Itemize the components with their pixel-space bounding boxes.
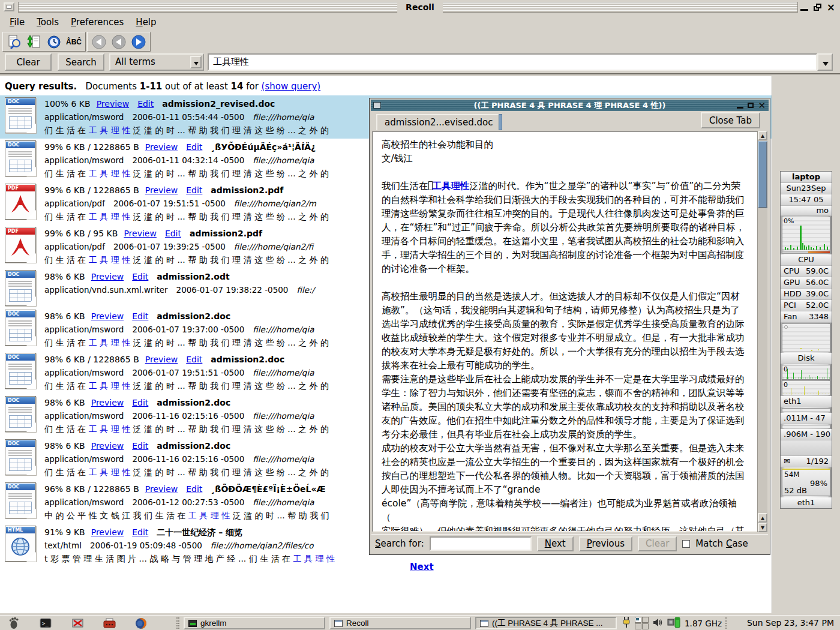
cpufreq-icon[interactable] bbox=[667, 617, 680, 630]
preview-link[interactable]: Preview bbox=[145, 355, 178, 364]
preview-tab[interactable]: admission2...evised.doc bbox=[376, 114, 501, 130]
preview-document-text[interactable]: 高校招生的社会功能和目的文/钱江我们生活在工具理性泛滥的时代。作为“世之显学”的… bbox=[372, 131, 767, 532]
clear-button[interactable]: Clear bbox=[5, 53, 52, 71]
result-title: admission2.pdf bbox=[211, 185, 283, 195]
preview-link[interactable]: Preview bbox=[145, 185, 178, 195]
next-page-link[interactable]: Next bbox=[410, 562, 434, 572]
result-title: 二十一世纪经济 – 细览 bbox=[157, 527, 242, 537]
doc-file-icon: DOC bbox=[5, 140, 36, 176]
preview-search-input[interactable] bbox=[430, 536, 532, 551]
lock-display-icon[interactable] bbox=[71, 617, 84, 630]
results-doc-word: Documents bbox=[85, 81, 137, 92]
preview-link[interactable]: Preview bbox=[97, 99, 130, 109]
edit-link[interactable]: Edit bbox=[132, 441, 148, 451]
scroll-up-icon[interactable]: ▲ bbox=[758, 131, 767, 140]
edit-link[interactable]: Edit bbox=[165, 229, 181, 238]
edit-link[interactable]: Edit bbox=[186, 484, 202, 494]
scrollbar-thumb[interactable] bbox=[758, 141, 767, 208]
preview-maximize-icon[interactable] bbox=[748, 103, 754, 108]
search-term-highlight: 工 具 理 性 bbox=[89, 212, 130, 221]
text-segment: 们 生 活 在 bbox=[44, 338, 89, 347]
menu-tools[interactable]: Tools bbox=[31, 14, 65, 30]
term-explorer-icon-button[interactable]: ÅBĈ bbox=[65, 34, 83, 50]
menu-preferences[interactable]: Preferences bbox=[65, 14, 130, 30]
taskbar-clock[interactable]: Sun Sep 23, 3:47 PM bbox=[747, 616, 834, 630]
edit-link[interactable]: Edit bbox=[186, 185, 202, 195]
results-for-word: for bbox=[246, 81, 259, 92]
edit-link[interactable]: Edit bbox=[137, 99, 154, 109]
workspace-switcher[interactable] bbox=[635, 617, 649, 629]
clock-handle[interactable] bbox=[725, 617, 727, 629]
chevron-down-icon[interactable] bbox=[190, 56, 202, 68]
result-date: 2006-01-11 05:54:44 -0500 bbox=[132, 112, 244, 122]
window-menu-button[interactable] bbox=[4, 2, 14, 11]
preview-link[interactable]: Preview bbox=[124, 229, 157, 238]
find-next-button[interactable]: Next bbox=[537, 536, 574, 551]
taskbar-handle[interactable] bbox=[176, 617, 179, 629]
preview-close-icon[interactable]: ✕ bbox=[758, 102, 766, 109]
taskbar-button-label: gkrellm bbox=[200, 619, 227, 628]
taskbar-button-recoll[interactable]: Recoll bbox=[329, 617, 471, 629]
edit-link[interactable]: Edit bbox=[186, 142, 202, 152]
preview-scrollbar[interactable]: ▲ ▲ ▼ bbox=[757, 131, 767, 532]
terminal-icon[interactable]: >_ bbox=[39, 617, 52, 630]
result-snippet: 们 生 活 在 工 具 理 性 泛 滥 的 时 ... 帮 助 我 们 理 清 … bbox=[44, 253, 329, 266]
search-input[interactable] bbox=[208, 53, 817, 71]
result-date: 2006-01-07 19:51:51 -0500 bbox=[132, 368, 244, 377]
preview-link[interactable]: Preview bbox=[145, 142, 178, 152]
firefox-icon[interactable] bbox=[134, 617, 148, 630]
result-line-2: application/msword2006-01-11 04:32:14 -0… bbox=[44, 154, 329, 167]
show-query-link[interactable]: (show query) bbox=[262, 81, 321, 92]
preview-link[interactable]: Preview bbox=[91, 398, 124, 407]
search-history-dropdown-icon[interactable] bbox=[817, 53, 833, 71]
restore-icon[interactable] bbox=[814, 4, 821, 11]
preview-link[interactable]: Preview bbox=[91, 441, 124, 451]
edit-link[interactable]: Edit bbox=[186, 355, 202, 364]
gkrellm-panel[interactable]: laptop Sun23Sep 15:47 05 mo 0% CPU CPU59… bbox=[780, 171, 832, 509]
search-button[interactable]: Search bbox=[58, 53, 104, 71]
typewriter-icon[interactable] bbox=[103, 617, 116, 630]
text-segment: 成功的校友对于公立大学当然有益无害，但不像对私立大学那么至关重要。但是选入未来社… bbox=[382, 443, 745, 495]
sort-by-date-icon-button[interactable] bbox=[45, 34, 63, 50]
preview-link[interactable]: Preview bbox=[145, 484, 178, 494]
file-type-label: DOC bbox=[6, 311, 35, 317]
preview-titlebar[interactable]: ((工 PHRASE 4 具 PHRASE 4 理 PHRASE 4 性)) ✕ bbox=[371, 100, 769, 111]
gnome-foot-icon[interactable] bbox=[7, 617, 20, 630]
match-case-label: Match Case bbox=[695, 538, 748, 549]
edit-link[interactable]: Edit bbox=[132, 527, 148, 537]
find-previous-button[interactable]: Previous bbox=[579, 536, 632, 551]
menu-help[interactable]: Help bbox=[130, 14, 162, 30]
result-url: file:///home/qian2/files/co bbox=[211, 541, 314, 550]
nav-forward-icon-button[interactable] bbox=[130, 34, 148, 50]
doc-search-icon-button[interactable] bbox=[5, 34, 23, 50]
minimize-icon[interactable] bbox=[800, 9, 808, 11]
edit-link[interactable]: Edit bbox=[132, 398, 148, 407]
sort-icon-button[interactable] bbox=[25, 34, 43, 50]
scroll-up-icon[interactable]: ▲ bbox=[758, 513, 767, 523]
main-titlebar[interactable]: Recoll × bbox=[0, 0, 840, 14]
match-case-checkbox[interactable] bbox=[682, 540, 690, 548]
close-tab-button[interactable]: Close Tab bbox=[701, 112, 760, 128]
result-line-1: 98% 6 KBPreviewEditadmission2.odt bbox=[44, 270, 314, 283]
close-icon[interactable]: × bbox=[827, 3, 835, 11]
taskbar-button--phrase-4-phrase-[interactable]: ((工 PHRASE 4 具 PHRASE ... bbox=[475, 617, 617, 629]
results-middle-text: out of at least bbox=[165, 81, 228, 92]
preview-link[interactable]: Preview bbox=[91, 272, 124, 281]
nav-back-icon-button[interactable] bbox=[110, 34, 128, 50]
result-url: file:///home/qia bbox=[253, 112, 314, 122]
edit-link[interactable]: Edit bbox=[132, 311, 148, 321]
find-clear-button[interactable]: Clear bbox=[638, 536, 677, 551]
power-plug-icon[interactable] bbox=[622, 616, 631, 630]
taskbar-button-gkrellm[interactable]: gkrellm bbox=[184, 617, 325, 629]
volume-icon[interactable] bbox=[653, 618, 663, 629]
preview-minimize-icon[interactable] bbox=[737, 107, 743, 109]
scroll-down-icon[interactable]: ▼ bbox=[758, 523, 767, 532]
nav-first-icon-button[interactable] bbox=[90, 34, 108, 50]
preview-link[interactable]: Preview bbox=[91, 311, 124, 321]
preview-link[interactable]: Preview bbox=[91, 527, 124, 537]
search-mode-select[interactable]: All terms bbox=[109, 53, 204, 71]
edit-link[interactable]: Edit bbox=[132, 272, 148, 281]
missing-glyph-box bbox=[428, 181, 433, 190]
preview-window-menu-icon[interactable] bbox=[373, 102, 381, 109]
menu-file[interactable]: File bbox=[4, 14, 31, 30]
